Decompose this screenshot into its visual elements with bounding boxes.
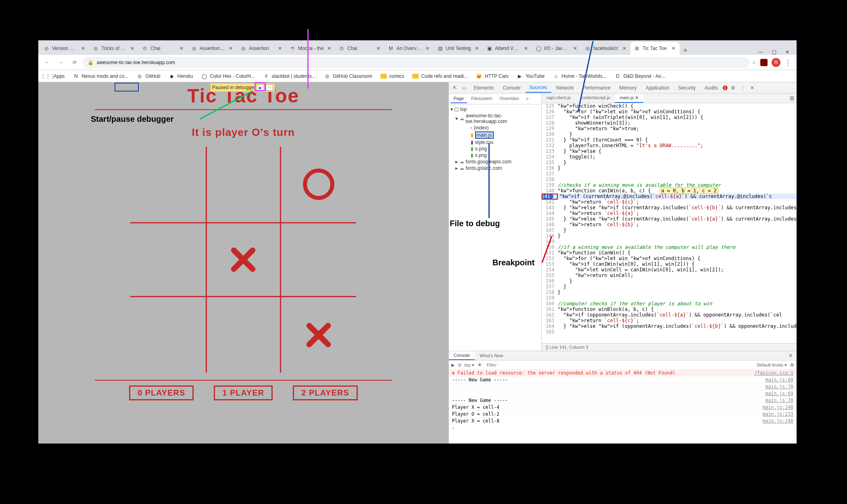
code-line[interactable]: 142 "kw">return `cell-${c}`;: [542, 199, 797, 205]
tab-close-icon[interactable]: ✕: [622, 46, 627, 51]
line-number[interactable]: 132: [542, 143, 558, 148]
code-line[interactable]: 145 } "kw">else "kw">if (currentArray.in…: [542, 216, 797, 222]
tab-close-icon[interactable]: ✕: [474, 46, 480, 51]
cell-0[interactable]: [130, 147, 206, 222]
devtools-menu-icon[interactable]: ⋮: [738, 85, 747, 91]
code-line[interactable]: 133 } "kw">else {: [542, 148, 797, 154]
line-number[interactable]: 145: [542, 216, 558, 222]
device-mode-icon[interactable]: ▭: [460, 85, 469, 91]
console-src-link[interactable]: main.js:69: [766, 391, 793, 396]
tree-fonts2[interactable]: ▸ ☁ fonts.gstatic.com: [450, 165, 540, 171]
tree-domain[interactable]: ▾ ☁ awesome-tic-tac-toe.herokuapp.com: [450, 112, 540, 125]
line-number[interactable]: 133: [542, 148, 558, 154]
cell-6[interactable]: [130, 297, 206, 373]
bookmark-item[interactable]: ⌂Home - TaleWorlds...: [549, 72, 610, 81]
code-line[interactable]: 160//computer checks if the other player…: [542, 301, 797, 306]
maximize-button[interactable]: ▢: [772, 49, 776, 55]
devtools-tab-audits[interactable]: Audits: [701, 83, 722, 92]
tab-close-icon[interactable]: ✕: [179, 46, 184, 51]
mode-0-players[interactable]: 0 PLAYERS: [129, 385, 194, 400]
devtools-close-icon[interactable]: ✕: [748, 85, 757, 91]
console-context[interactable]: top ▾: [465, 362, 474, 368]
cell-2[interactable]: [281, 147, 357, 222]
console-close-icon[interactable]: ✕: [784, 351, 797, 360]
whats-new-tab[interactable]: What's New: [475, 352, 508, 360]
tab-close-icon[interactable]: ✕: [425, 46, 430, 51]
line-number[interactable]: 165: [542, 329, 558, 335]
line-number[interactable]: 154: [542, 267, 558, 273]
ublock-icon[interactable]: [760, 59, 768, 66]
minimize-button[interactable]: —: [758, 49, 763, 55]
line-number[interactable]: 128: [542, 120, 558, 126]
tab-close-icon[interactable]: ✕: [326, 46, 332, 51]
code-line[interactable]: 162 "kw">if (opponentArray.includes(`cel…: [542, 312, 797, 318]
code-line[interactable]: 128 showWinner(win[3]);: [542, 120, 797, 126]
browser-tab[interactable]: ◎Tricks of The✕: [89, 42, 138, 55]
line-number[interactable]: 135: [542, 160, 558, 165]
editor-tab-vapi[interactable]: vapi-client.js: [542, 94, 576, 103]
tree-index[interactable]: ▫ (index): [450, 125, 540, 131]
reload-button[interactable]: ⟳: [69, 57, 80, 68]
mode-1-player[interactable]: 1 PLAYER: [214, 385, 273, 400]
browser-tab[interactable]: ◎Version Cont✕: [40, 42, 89, 55]
line-number[interactable]: 142: [542, 199, 558, 205]
cell-3[interactable]: [130, 222, 206, 298]
menu-button[interactable]: ⋮: [784, 58, 792, 67]
nav-tab-overrides[interactable]: Overrides: [497, 94, 522, 103]
address-bar[interactable]: 🔒 awesome-tic-tac-toe.herokuapp.com: [83, 57, 749, 68]
dock-toggle-icon[interactable]: ▥: [787, 94, 797, 103]
tab-close-icon[interactable]: ✕: [228, 46, 234, 51]
line-number[interactable]: 157: [542, 284, 558, 289]
tab-close-icon[interactable]: ✕: [523, 46, 529, 51]
code-line[interactable]: 132 playerTurn.innerHTML = "It's a DRAW.…: [542, 143, 797, 148]
line-number[interactable]: 153: [542, 261, 558, 267]
devtools-tab-sources[interactable]: Sources: [526, 83, 551, 93]
code-line[interactable]: 154 "kw">let winCell = canIWin(win[0], w…: [542, 267, 797, 273]
console-src-link[interactable]: /favicon.ico:1: [754, 370, 793, 376]
code-line[interactable]: 131 } "kw">if (turnCount === 9) {: [542, 137, 797, 143]
code-line[interactable]: 156 }: [542, 278, 797, 284]
devtools-tab-application[interactable]: Application: [642, 83, 674, 92]
cell-7[interactable]: [206, 297, 281, 373]
line-number[interactable]: 127: [542, 115, 558, 120]
bookmark-item[interactable]: ◎GitHub: [133, 72, 163, 81]
code-line[interactable]: 138: [542, 177, 797, 182]
code-line[interactable]: 163 "kw">return `cell-${c}`;: [542, 318, 797, 323]
code-line[interactable]: 129 "kw">return "kw">true;: [542, 126, 797, 131]
code-line[interactable]: 127 "kw">if (winTriplet(win[0], win[1], …: [542, 115, 797, 120]
line-number[interactable]: 148: [542, 233, 558, 239]
new-tab-button[interactable]: +: [680, 46, 691, 55]
line-number[interactable]: 126: [542, 109, 558, 115]
code-line[interactable]: 157 }: [542, 284, 797, 289]
mode-2-players[interactable]: 2 PLAYERS: [293, 385, 357, 400]
code-line[interactable]: 161"kw">function winBlock(a, b, c) {: [542, 306, 797, 312]
console-filter-input[interactable]: [485, 362, 753, 368]
bookmark-item[interactable]: ▶YouTube: [513, 72, 548, 81]
nav-tab-page[interactable]: Page: [451, 94, 467, 103]
browser-tab[interactable]: ▣Attend Verm✕: [483, 42, 532, 55]
browser-tab[interactable]: ⊞Tic Tac Toe✕: [630, 42, 680, 55]
inspect-icon[interactable]: ⇱: [451, 85, 459, 91]
bookmark-item[interactable]: ◯Color Hex - ColorH...: [198, 72, 258, 81]
code-line[interactable]: 158}: [542, 289, 797, 295]
line-number[interactable]: 147: [542, 227, 558, 233]
code-line[interactable]: 137: [542, 171, 797, 177]
line-number[interactable]: 139: [542, 182, 558, 188]
browser-tab[interactable]: ⊙Chai✕: [335, 42, 384, 55]
tree-mainjs[interactable]: ▮ main.js: [450, 131, 540, 139]
console-src-link[interactable]: main.js:69: [766, 377, 793, 383]
line-number[interactable]: 160: [542, 301, 558, 306]
tab-close-icon[interactable]: ✕: [671, 46, 676, 51]
code-line[interactable]: 135 }: [542, 160, 797, 165]
tab-close-icon[interactable]: ✕: [129, 46, 135, 51]
console-level-select[interactable]: Default levels ▾: [757, 362, 787, 368]
line-number[interactable]: 159: [542, 295, 558, 301]
bookmark-item[interactable]: ⋮⋮⋮Apps: [42, 72, 68, 81]
step-over-button[interactable]: ↷: [266, 84, 273, 91]
code-line[interactable]: 152 "kw">for ("kw">let win "kw">of winCo…: [542, 256, 797, 261]
cell-8[interactable]: [281, 297, 357, 373]
bookmark-item[interactable]: ◎GitHub Classroom: [321, 72, 376, 81]
browser-tab[interactable]: MAn Overview✕: [384, 42, 434, 55]
console-clear-icon[interactable]: ⊘: [458, 362, 461, 368]
code-line[interactable]: 164 } "kw">else "kw">if (opponentArray.i…: [542, 323, 797, 329]
